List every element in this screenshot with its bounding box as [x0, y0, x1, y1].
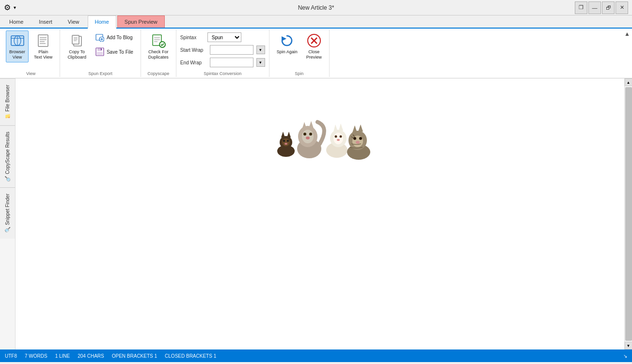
start-wrap-dropdown[interactable]: ▾: [256, 46, 265, 54]
spin-again-button[interactable]: Spin Again: [273, 30, 301, 57]
start-wrap-input[interactable]: [210, 45, 253, 55]
spintax-row: Spintax Spun Standard None: [180, 32, 265, 42]
svg-rect-20: [97, 52, 103, 55]
plain-text-view-icon: [35, 33, 51, 48]
add-to-blog-button[interactable]: Add To Blog: [92, 30, 137, 44]
svg-point-51: [333, 133, 343, 144]
end-wrap-label: End Wrap: [180, 60, 207, 65]
minimize-button[interactable]: —: [588, 1, 601, 14]
svg-rect-10: [72, 35, 79, 44]
main-layout: 📁 File Browser 🔍 CopyScape Results 🔎 Sni…: [0, 78, 632, 349]
spun-export-small-buttons: Add To Blog Save To File: [92, 30, 137, 59]
start-wrap-row: Start Wrap ▾: [180, 45, 265, 55]
svg-marker-34: [287, 132, 291, 137]
content-area: [16, 78, 624, 349]
ribbon-group-copyscape-label: Copyscape: [147, 71, 169, 76]
spintax-select[interactable]: Spun Standard None: [207, 32, 241, 42]
svg-point-64: [356, 141, 360, 144]
svg-point-63: [359, 137, 362, 140]
cat-image-container: [267, 88, 373, 340]
ribbon-group-spun-export: Copy ToClipboard Add To Blog: [60, 30, 141, 77]
status-open-brackets: OPEN BRACKETS 1: [112, 353, 157, 359]
save-to-file-button[interactable]: Save To File: [92, 45, 137, 59]
add-to-blog-icon: [95, 32, 105, 42]
ribbon-group-spintax: Spintax Spun Standard None Start Wrap ▾ …: [176, 30, 269, 77]
svg-point-54: [337, 139, 340, 141]
status-words: 7 WORDS: [25, 353, 47, 359]
check-for-duplicates-label: Check ForDuplicates: [148, 49, 169, 60]
maximize-restore-button[interactable]: ❐: [575, 1, 587, 14]
copyscape-results-label: CopyScape Results: [5, 132, 10, 174]
ribbon-collapse-button[interactable]: ▲: [624, 30, 630, 37]
ribbon-group-copyscape: Check ForDuplicates Copyscape: [141, 30, 176, 77]
check-for-duplicates-icon: [151, 33, 166, 48]
tab-home[interactable]: Home: [2, 15, 31, 28]
svg-marker-41: [302, 122, 307, 129]
status-bar: UTF8 7 WORDS 1 LINE 204 CHARS OPEN BRACK…: [0, 349, 632, 362]
plain-text-view-label: PlainText View: [34, 49, 52, 60]
tab-bar: Home Insert View Home Spun Preview: [0, 15, 632, 29]
ribbon-group-spun-export-content: Copy ToClipboard Add To Blog: [64, 30, 136, 69]
scroll-up-arrow[interactable]: ▲: [625, 78, 632, 86]
title-bar: ⚙ ▾ New Article 3* ❐ — 🗗 ✕: [0, 0, 632, 15]
sidebar-item-file-browser[interactable]: 📁 File Browser: [0, 78, 15, 125]
svg-point-37: [287, 140, 289, 142]
spin-again-label: Spin Again: [277, 49, 298, 55]
tab-spun-preview[interactable]: Spun Preview: [117, 15, 165, 28]
side-tabs: 📁 File Browser 🔍 CopyScape Results 🔎 Sni…: [0, 78, 16, 349]
ribbon-group-view-content: BrowserView PlainText View: [6, 30, 56, 69]
close-preview-icon: [306, 33, 322, 48]
copy-to-clipboard-label: Copy ToClipboard: [67, 49, 86, 60]
save-to-file-label: Save To File: [107, 49, 133, 55]
ribbon: BrowserView PlainText View View: [0, 29, 632, 78]
end-wrap-input[interactable]: [210, 58, 253, 67]
copyscape-results-icon: 🔍: [5, 176, 10, 182]
svg-rect-4: [38, 35, 48, 46]
svg-point-52: [335, 136, 337, 138]
svg-rect-21: [101, 48, 102, 50]
ribbon-group-view-label: View: [26, 71, 35, 76]
svg-marker-57: [352, 125, 357, 133]
scroll-thumb[interactable]: [625, 87, 632, 341]
scroll-down-arrow[interactable]: ▼: [625, 342, 632, 349]
end-wrap-row: End Wrap ▾: [180, 58, 265, 67]
end-wrap-dropdown[interactable]: ▾: [256, 58, 265, 67]
restore-button[interactable]: 🗗: [602, 1, 615, 14]
tab-insert[interactable]: Insert: [32, 15, 60, 28]
snippet-finder-icon: 🔎: [5, 227, 10, 233]
svg-point-36: [283, 140, 285, 142]
start-wrap-label: Start Wrap: [180, 47, 207, 53]
browser-view-icon: [10, 33, 25, 48]
browser-view-button[interactable]: BrowserView: [6, 30, 29, 62]
window-title: New Article 3*: [298, 4, 334, 11]
ribbon-group-spun-export-label: Spun Export: [88, 71, 112, 76]
copy-to-clipboard-button[interactable]: Copy ToClipboard: [64, 30, 90, 62]
status-corner-icon: ↘: [623, 353, 627, 359]
file-browser-icon: 📁: [5, 114, 10, 120]
svg-marker-33: [281, 132, 285, 137]
ribbon-group-copyscape-content: Check ForDuplicates: [145, 30, 172, 69]
svg-point-44: [303, 133, 306, 136]
svg-marker-50: [339, 123, 343, 131]
tab-home-active[interactable]: Home: [88, 15, 116, 29]
save-to-file-icon: [95, 47, 105, 57]
close-preview-button[interactable]: ClosePreview: [303, 30, 325, 62]
content-scroll[interactable]: [16, 78, 624, 349]
copy-to-clipboard-icon: [69, 33, 85, 48]
sidebar-item-snippet-finder[interactable]: 🔎 Snippet Finder: [0, 187, 15, 239]
settings-icon[interactable]: ⚙: [4, 3, 11, 12]
status-lines: 1 LINE: [55, 353, 70, 359]
svg-point-46: [306, 136, 310, 139]
plain-text-view-button[interactable]: PlainText View: [31, 30, 56, 62]
sidebar-item-copyscape-results[interactable]: 🔍 CopyScape Results: [0, 125, 15, 188]
status-encoding: UTF8: [5, 353, 17, 359]
browser-view-label: BrowserView: [9, 49, 25, 60]
vertical-scrollbar[interactable]: ▲ ▼: [624, 78, 632, 349]
svg-point-62: [353, 137, 356, 140]
tab-view[interactable]: View: [61, 15, 87, 28]
dropdown-icon[interactable]: ▾: [14, 5, 16, 10]
check-for-duplicates-button[interactable]: Check ForDuplicates: [145, 30, 172, 62]
svg-point-38: [284, 143, 287, 145]
status-closed-brackets: CLOSED BRACKETS 1: [165, 353, 216, 359]
close-button[interactable]: ✕: [616, 1, 628, 14]
